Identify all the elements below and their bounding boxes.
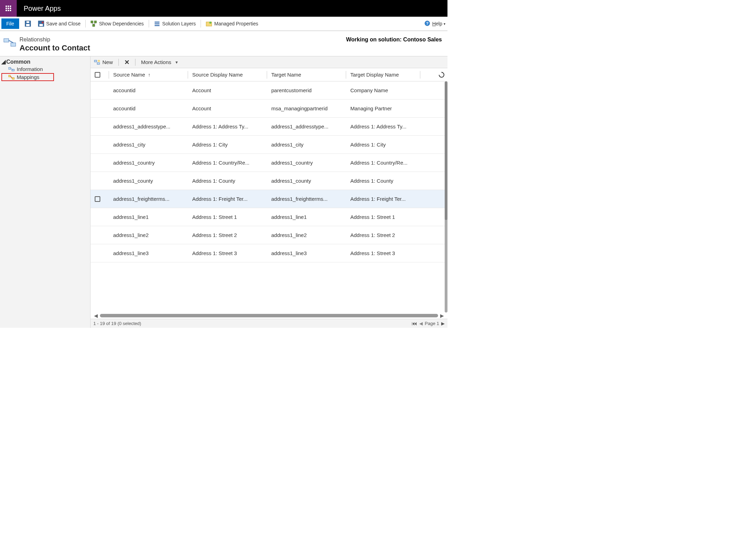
managed-properties-button[interactable]: Managed Properties — [202, 17, 262, 31]
svg-rect-4 — [39, 24, 43, 26]
sidebar-item-information[interactable]: Information — [1, 65, 89, 73]
svg-rect-20 — [11, 43, 16, 46]
svg-line-10 — [92, 23, 94, 24]
grid-body[interactable]: accountidAccountparentcustomeridCompany … — [91, 81, 447, 312]
column-label: Source Name — [113, 72, 145, 78]
save-close-icon — [38, 21, 44, 27]
svg-rect-1 — [26, 24, 30, 26]
cell-source-name: address1_line1 — [113, 214, 188, 220]
sidebar-group-label: Common — [6, 59, 30, 65]
cell-target-display-name: Company Name — [350, 87, 420, 93]
column-target-display-name[interactable]: Target Display Name — [350, 72, 420, 78]
prev-page-button[interactable]: ◀ — [419, 321, 423, 326]
help-icon: ? — [424, 21, 431, 27]
select-all-checkbox[interactable] — [95, 72, 100, 78]
column-source-display-name[interactable]: Source Display Name — [192, 72, 267, 78]
show-dependencies-label: Show Dependencies — [99, 21, 143, 26]
top-bar: Power Apps — [0, 0, 447, 17]
table-row[interactable]: address1_countyAddress 1: Countyaddress1… — [91, 172, 447, 190]
scroll-right-icon[interactable]: ▶ — [440, 313, 444, 318]
column-target-name[interactable]: Target Name — [271, 72, 346, 78]
save-button[interactable] — [21, 17, 34, 31]
svg-rect-9 — [93, 24, 95, 26]
cell-source-display-name: Address 1: County — [192, 178, 267, 184]
svg-text:?: ? — [426, 21, 429, 25]
cell-target-display-name: Address 1: Street 1 — [350, 214, 420, 220]
waffle-icon — [6, 6, 11, 11]
cell-target-display-name: Address 1: Country/Re... — [350, 160, 420, 166]
pager: ⏮ ◀ Page 1 ▶ — [412, 320, 445, 327]
delete-button[interactable]: ✕ — [123, 58, 131, 66]
svg-rect-22 — [8, 68, 11, 69]
svg-point-29 — [98, 60, 100, 62]
scroll-left-icon[interactable]: ◀ — [94, 313, 98, 318]
table-row[interactable]: address1_cityAddress 1: Cityaddress1_cit… — [91, 136, 447, 154]
next-page-button[interactable]: ▶ — [441, 321, 445, 326]
grid-footer: 1 - 19 of 19 (0 selected) ⏮ ◀ Page 1 ▶ — [91, 319, 447, 328]
header-eyebrow: Relationship — [20, 37, 343, 43]
cell-source-display-name: Address 1: Freight Ter... — [192, 196, 267, 202]
cell-source-display-name: Address 1: Street 2 — [192, 232, 267, 238]
cell-target-name: address1_addresstype... — [271, 124, 346, 129]
layers-icon — [154, 21, 160, 27]
svg-rect-27 — [94, 60, 97, 62]
first-page-button[interactable]: ⏮ — [412, 320, 417, 327]
cell-target-display-name: Address 1: County — [350, 178, 420, 184]
svg-rect-12 — [155, 22, 159, 23]
save-and-close-button[interactable]: Save and Close — [34, 17, 84, 31]
information-icon — [8, 67, 15, 72]
cell-target-name: address1_freightterms... — [271, 196, 346, 202]
column-source-name[interactable]: Source Name ↑ — [113, 72, 188, 78]
table-row[interactable]: address1_countryAddress 1: Country/Re...… — [91, 154, 447, 172]
scrollbar-track[interactable] — [100, 314, 438, 317]
cell-target-name: address1_line2 — [271, 232, 346, 238]
product-name: Power Apps — [17, 0, 61, 17]
table-row[interactable]: address1_addresstype...Address 1: Addres… — [91, 118, 447, 136]
sidebar-group-common[interactable]: ◢ Common — [1, 58, 89, 65]
column-separator — [346, 71, 346, 79]
relationship-icon — [3, 37, 16, 48]
row-checkbox[interactable] — [95, 196, 100, 202]
cell-source-name: address1_addresstype... — [113, 124, 188, 129]
column-label: Target Name — [271, 72, 301, 78]
more-actions-button[interactable]: More Actions ▼ — [140, 59, 180, 65]
app-launcher[interactable] — [0, 0, 17, 17]
sidebar-item-mappings[interactable]: Mappings — [1, 73, 54, 81]
cell-target-display-name: Address 1: Address Ty... — [350, 124, 420, 129]
column-separator — [420, 71, 420, 79]
table-row[interactable]: address1_line2Address 1: Street 2address… — [91, 226, 447, 244]
table-row[interactable]: accountidAccountmsa_managingpartneridMan… — [91, 100, 447, 118]
page-title: Account to Contact — [20, 43, 343, 53]
managed-properties-icon — [206, 21, 212, 27]
table-row[interactable]: address1_freightterms...Address 1: Freig… — [91, 190, 447, 208]
new-button[interactable]: New — [93, 59, 114, 65]
dependencies-icon — [91, 21, 97, 27]
table-row[interactable]: accountidAccountparentcustomeridCompany … — [91, 81, 447, 100]
cell-target-name: address1_line3 — [271, 250, 346, 256]
show-dependencies-button[interactable]: Show Dependencies — [87, 17, 147, 31]
sidebar-item-label: Information — [17, 66, 43, 72]
table-row[interactable]: address1_line3Address 1: Street 3address… — [91, 244, 447, 262]
new-icon — [94, 59, 100, 65]
main-area: ◢ Common Information Mappings New — [0, 56, 447, 328]
cell-source-display-name: Address 1: Country/Re... — [192, 160, 267, 166]
column-label: Target Display Name — [350, 72, 399, 78]
svg-rect-26 — [12, 78, 14, 79]
refresh-button[interactable] — [438, 72, 445, 78]
cell-source-name: address1_line2 — [113, 232, 188, 238]
file-menu[interactable]: File — [1, 18, 19, 29]
ribbon-separator — [85, 20, 86, 27]
svg-rect-13 — [155, 23, 159, 24]
cell-source-name: address1_freightterms... — [113, 196, 188, 202]
solution-layers-button[interactable]: Solution Layers — [150, 17, 200, 31]
cell-target-display-name: Address 1: City — [350, 142, 420, 148]
help-link[interactable]: ? Help ▾ — [424, 21, 447, 27]
ribbon: File Save and Close Show Dependencies So… — [0, 17, 447, 31]
horizontal-scrollbar[interactable]: ◀ ▶ — [91, 312, 447, 319]
table-row[interactable]: address1_line1Address 1: Street 1address… — [91, 208, 447, 226]
svg-rect-28 — [97, 63, 100, 64]
svg-line-11 — [94, 23, 95, 24]
help-label: Help — [432, 21, 442, 26]
page-label: Page 1 — [425, 321, 439, 326]
save-icon — [25, 21, 31, 27]
